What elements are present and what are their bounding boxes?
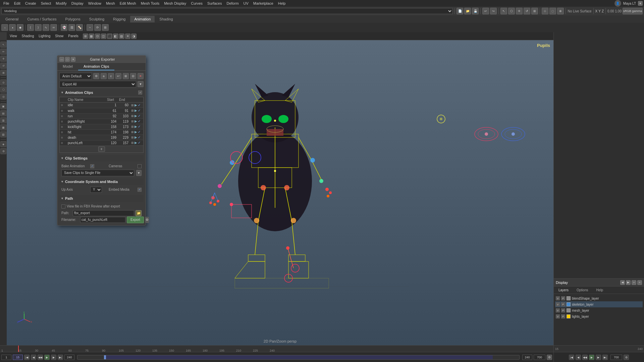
ge-preset-btn2[interactable]: a	[101, 73, 107, 79]
viewport-btn3[interactable]: ▥	[0, 117, 6, 123]
start-frame-input[interactable]: 1	[1, 355, 11, 360]
menu-edit[interactable]: Edit	[12, 1, 22, 6]
rp-play-back-btn[interactable]: ◀◀	[582, 355, 588, 360]
clip-enable-kickRight[interactable]: ✓	[138, 125, 141, 128]
lights-vis-p[interactable]: P	[561, 314, 565, 318]
show-btn[interactable]: Show	[53, 34, 65, 38]
blend-vis-v[interactable]: V	[556, 296, 560, 300]
clip-name-death[interactable]: death	[68, 136, 76, 139]
shading-btn[interactable]: Shading	[20, 34, 36, 38]
new-scene-btn[interactable]: 📄	[457, 8, 463, 14]
key-btn[interactable]: ⬦	[1, 24, 8, 31]
clip-anim-hit[interactable]: ⊞	[131, 130, 134, 134]
select-tool[interactable]: ↖	[0, 42, 6, 48]
menu-file[interactable]: File	[1, 1, 11, 6]
vp-icon1[interactable]: ⊞	[83, 34, 88, 39]
tab-polygons[interactable]: Polygons	[61, 16, 85, 22]
key-all-btn[interactable]: ⬧	[9, 24, 16, 31]
ge-preset-btn3[interactable]: ε	[108, 73, 114, 79]
vp-icon3[interactable]: ⊡	[95, 34, 100, 39]
save-clips-select[interactable]: Save Clips to Single File	[61, 170, 134, 176]
constraint-btn[interactable]: ⛓	[68, 24, 75, 31]
playback-speed-input[interactable]: 700	[534, 355, 545, 360]
menu-modify[interactable]: Modify	[54, 1, 68, 6]
rotate-tool[interactable]: ↺	[0, 63, 6, 69]
ge-preset-btn5[interactable]: ⊞	[123, 73, 129, 79]
tangent2-btn[interactable]: ⟩	[35, 24, 42, 31]
dp-prev-btn[interactable]: ◀	[620, 280, 625, 285]
rotate-btn[interactable]: ↺	[524, 8, 530, 14]
viewport-btn4[interactable]: ▦	[0, 124, 6, 130]
vp-icon4[interactable]: ◫	[101, 34, 106, 39]
vp-tex[interactable]: ▨	[119, 34, 124, 39]
viewport-btn1[interactable]: ▣	[0, 103, 6, 109]
clip-name-punchRight[interactable]: punchRight	[68, 120, 85, 123]
folder-browse-btn[interactable]: 📁	[136, 210, 142, 216]
clip-enable-death[interactable]: ✓	[138, 135, 141, 139]
tab-shading[interactable]: Shading	[155, 16, 177, 22]
lights-vis-v[interactable]: V	[556, 314, 560, 318]
menu-mesh-display[interactable]: Mesh Display	[162, 1, 188, 6]
vp-shaded[interactable]: ◧	[113, 34, 118, 39]
expand-btn[interactable]: ▼	[638, 1, 643, 6]
tab-rigging[interactable]: Rigging	[109, 16, 129, 22]
clip-play-death[interactable]: ▶	[135, 135, 137, 139]
menu-mesh-tools[interactable]: Mesh Tools	[139, 1, 161, 6]
ge-export-dropdown-btn[interactable]: ▼	[138, 81, 144, 87]
rp-value-input[interactable]: 700	[610, 355, 622, 360]
clip-name-idle[interactable]: idle	[68, 103, 73, 107]
clip-anim-kickRight[interactable]: ⊞	[131, 125, 134, 128]
end-frame-input[interactable]: 240	[64, 355, 74, 360]
clip-anim-punchRight[interactable]: ⊞	[131, 120, 134, 123]
clip-play-run[interactable]: ▶	[135, 114, 137, 118]
ge-preset-btn4[interactable]: ↩	[115, 73, 121, 79]
ik-btn[interactable]: 🦴	[76, 24, 83, 31]
lighting-btn[interactable]: Lighting	[37, 34, 52, 38]
coord-arrow[interactable]: ▼	[61, 180, 64, 183]
panels-btn[interactable]: Panels	[66, 34, 80, 38]
next-key-btn[interactable]: ▶|	[58, 355, 63, 360]
next-frame-btn[interactable]: ▶	[51, 355, 56, 360]
ge-preset-btn1[interactable]: ⚙	[93, 73, 99, 79]
clip-anim-idle[interactable]: ⊞	[131, 104, 134, 107]
clip-del-walk[interactable]: ≡	[61, 109, 63, 113]
mode-select[interactable]: Modeling	[1, 8, 453, 14]
clip-section-arrow[interactable]: ▼	[61, 91, 64, 94]
blend-btn[interactable]: ⊞	[102, 24, 109, 31]
color-mode-btn[interactable]: sRGB gamma	[623, 8, 643, 14]
export-btn[interactable]: Export	[127, 217, 144, 223]
ge-preset-btn6[interactable]: ⊟	[130, 73, 136, 79]
tab-sculpting[interactable]: Sculpting	[85, 16, 108, 22]
playback-range-bar[interactable]	[77, 355, 520, 360]
ge-preset-delete[interactable]: ✕	[138, 73, 144, 79]
menu-window[interactable]: Window	[86, 1, 103, 6]
ge-export-select[interactable]: Export All	[59, 81, 136, 87]
embed-media-check[interactable]: ✓	[138, 188, 142, 192]
clip-enable-punchLeft[interactable]: ✓	[138, 141, 141, 144]
up-axis-select[interactable]: Y	[90, 187, 102, 193]
clip-play-hit[interactable]: ▶	[135, 130, 137, 134]
view-file-check[interactable]	[61, 204, 65, 208]
all-clips-check[interactable]: ✓	[138, 90, 142, 95]
motion-trail-btn[interactable]: ~	[87, 24, 93, 31]
rp-play-fwd-btn[interactable]: ▶	[589, 355, 594, 360]
ge-preset-select[interactable]: Anim Default	[59, 73, 92, 79]
clip-play-walk[interactable]: ▶	[135, 109, 137, 112]
dp-expand-btn[interactable]: »	[632, 280, 636, 285]
add-clip-btn[interactable]: +	[98, 146, 105, 152]
vp-icon2[interactable]: ▦	[89, 34, 94, 39]
clip-enable-punchRight[interactable]: ✓	[138, 119, 141, 123]
rp-step-back-btn[interactable]: ◀	[576, 355, 581, 360]
clip-del-idle[interactable]: ≡	[61, 103, 63, 107]
menu-create[interactable]: Create	[23, 1, 38, 6]
render-btn[interactable]: ◈	[0, 141, 6, 147]
move-btn[interactable]: ✛	[516, 8, 523, 14]
save-clips-dropdown-arrow[interactable]: ▼	[136, 170, 142, 176]
turntable-btn[interactable]: ⟳	[94, 24, 101, 31]
clip-del-punchRight[interactable]: ≡	[61, 120, 63, 123]
clip-name-punchLeft[interactable]: punchLeft	[68, 141, 83, 145]
soft-select-tool[interactable]: ⊙	[0, 79, 6, 85]
bake-anim-check[interactable]: ✓	[90, 164, 94, 168]
ge-close-btn[interactable]: ✕	[71, 57, 75, 62]
clip-del-death[interactable]: ≡	[61, 136, 63, 139]
